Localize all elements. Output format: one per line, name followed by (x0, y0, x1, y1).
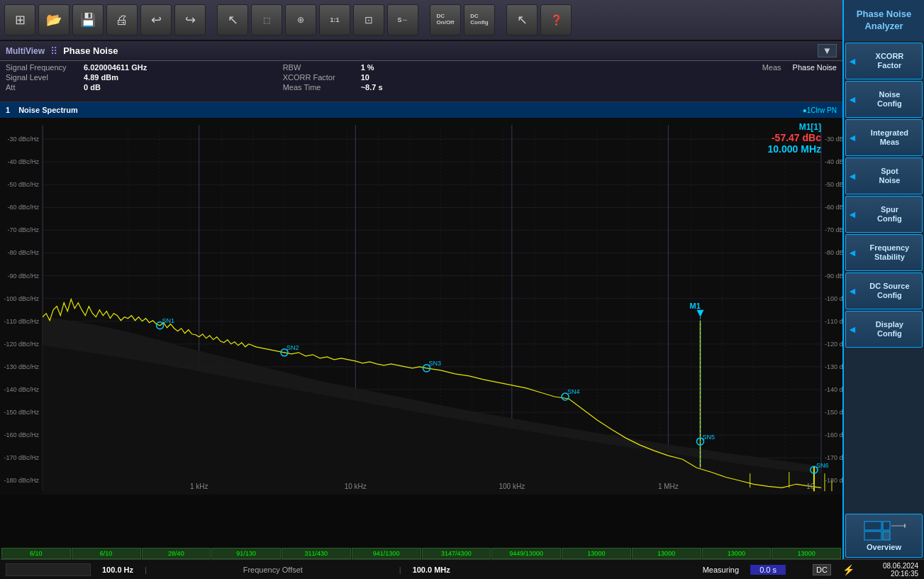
multiview-icon: ⠿ (50, 45, 57, 57)
chart-svg: -30 dBc/Hz -40 dBc/Hz -50 dBc/Hz -60 dBc… (0, 118, 842, 495)
app-title: Phase Noise Analyzer (842, 0, 924, 41)
forward-button[interactable]: ↪ (174, 4, 206, 35)
svg-text:-160 dBc/Hz: -160 dBc/Hz (4, 431, 40, 439)
meas-time-label: Meas Time (283, 83, 354, 92)
freq-end: 100.0 MHz (413, 566, 450, 574)
signal-freq-value: 6.020004611 GHz (84, 63, 147, 72)
spur-config-button[interactable]: ◄ SpurConfig (845, 196, 923, 233)
signal-freq-label: Signal Frequency (6, 63, 77, 72)
progress-seg-9: 13000 (632, 548, 701, 559)
spur-config-arrow-icon: ◄ (847, 209, 857, 221)
svg-text:-80 dBc: -80 dBc (825, 249, 842, 256)
noise-config-button[interactable]: ◄ NoiseConfig (845, 81, 923, 118)
integrated-meas-arrow-icon: ◄ (847, 132, 857, 144)
print-button[interactable]: 🖨 (106, 4, 138, 35)
xcorr-label: XCORR Factor (283, 73, 354, 82)
dc-config-button[interactable]: DCConfig (464, 4, 495, 35)
measuring-label: Measuring (703, 566, 739, 574)
svg-marker-102 (904, 524, 906, 528)
dc-source-config-label: DC SourceConfig (859, 282, 920, 300)
trace-mode: ●1Clrw PN (803, 106, 837, 114)
spot-noise-button[interactable]: ◄ SpotNoise (845, 158, 923, 194)
svg-text:-30 dBc: -30 dBc (825, 136, 842, 143)
svg-text:-90 dBc: -90 dBc (825, 272, 842, 280)
progress-seg-4: 311/430 (282, 548, 351, 559)
zoom-select-button[interactable]: ⊕ (285, 4, 316, 35)
svg-text:-170 dBc/Hz: -170 dBc/Hz (4, 454, 40, 461)
svg-text:SN3: SN3 (429, 360, 442, 367)
dc-source-arrow-icon: ◄ (847, 285, 857, 297)
status-bar: 100.0 Hz | Frequency Offset | 100.0 MHz … (0, 559, 924, 579)
time-value: 0.0 s (750, 565, 786, 575)
svg-text:-100 dBc: -100 dBc (825, 295, 842, 302)
svg-text:-100 dBc/Hz: -100 dBc/Hz (4, 295, 40, 302)
progress-row: 6/10 6/10 28/40 91/130 311/430 941/1300 … (0, 548, 842, 559)
main-area: MultiView ⠿ Phase Noise ▼ Signal Frequen… (0, 41, 924, 559)
sac-button[interactable]: S↔ (387, 4, 418, 35)
display-config-arrow-icon: ◄ (847, 324, 857, 336)
svg-text:SN6: SN6 (816, 462, 829, 469)
progress-seg-3: 91/130 (211, 548, 281, 559)
windows-button[interactable]: ⊞ (4, 4, 35, 35)
marker-value: -57.47 dBc (768, 132, 821, 143)
svg-text:-180 dBc/Hz: -180 dBc/Hz (4, 477, 40, 484)
frequency-stability-label: FrequencyStability (859, 243, 920, 262)
svg-text:-150 dBc/Hz: -150 dBc/Hz (4, 409, 40, 416)
progress-seg-5: 941/1300 (352, 548, 421, 559)
frequency-stability-button[interactable]: ◄ FrequencyStability (845, 234, 923, 271)
spot-noise-label: SpotNoise (859, 167, 920, 185)
meas-time-value: ~8.7 s (361, 83, 383, 92)
info-col-left: Signal Frequency 6.020004611 GHz Signal … (6, 63, 283, 99)
progress-seg-8: 13000 (562, 548, 631, 559)
svg-text:-40 dBc/Hz: -40 dBc/Hz (8, 158, 40, 165)
chart-title-bar: 1 Noise Spectrum ●1Clrw PN (0, 102, 842, 118)
save-button[interactable]: 💾 (72, 4, 104, 35)
back-button[interactable]: ↩ (140, 4, 172, 35)
cursor-button[interactable]: ↖ (217, 4, 248, 35)
meas-value: Phase Noise (793, 63, 837, 72)
chart-area[interactable]: 1 Noise Spectrum ●1Clrw PN M1[1] -57.47 … (0, 102, 842, 548)
svg-rect-100 (883, 531, 890, 540)
help-button[interactable]: ❓ (540, 4, 572, 35)
dc-onoff-button[interactable]: DCOn/Off (430, 4, 461, 35)
progress-seg-11: 13000 (772, 548, 841, 559)
mouse-mode-button[interactable]: ↖ (506, 4, 538, 35)
open-button[interactable]: 📂 (38, 4, 69, 35)
svg-text:SN5: SN5 (703, 434, 716, 441)
display-config-label: DisplayConfig (859, 320, 920, 338)
overview-label: Overview (867, 543, 901, 551)
overview-button[interactable]: Overview (845, 514, 923, 558)
svg-text:10 kHz: 10 kHz (345, 482, 367, 490)
svg-text:10: 10 (806, 482, 815, 490)
progress-seg-2: 28/40 (142, 548, 211, 559)
view-dropdown[interactable]: ▼ (818, 44, 837, 57)
svg-text:-60 dBc: -60 dBc (825, 204, 842, 211)
svg-text:-170 dBc: -170 dBc (825, 454, 842, 461)
status-left-area (6, 563, 91, 576)
noise-config-arrow-icon: ◄ (847, 94, 857, 106)
svg-text:-180 dBc: -180 dBc (825, 477, 842, 484)
svg-text:-150 dBc: -150 dBc (825, 409, 842, 416)
meas-label: Meas (762, 63, 781, 72)
svg-text:-70 dBc/Hz: -70 dBc/Hz (8, 226, 40, 233)
fit-button[interactable]: ⊡ (353, 4, 384, 35)
multiview-bar: MultiView ⠿ Phase Noise ▼ (0, 41, 842, 61)
progress-seg-0: 6/10 (1, 548, 71, 559)
svg-text:-140 dBc: -140 dBc (825, 386, 842, 393)
svg-text:1 MHz: 1 MHz (658, 482, 679, 490)
toolbar: ⊞ 📂 💾 🖨 ↩ ↪ ↖ ⬚ ⊕ 1:1 ⊡ S↔ DCOn/Off DCCo… (0, 0, 924, 41)
dc-source-config-button[interactable]: ◄ DC SourceConfig (845, 272, 923, 309)
freq-offset-label: Frequency Offset (158, 566, 388, 574)
xcorr-factor-button[interactable]: ◄ XCORRFactor (845, 43, 923, 79)
marker-freq: 10.000 MHz (768, 143, 821, 155)
zoom-area-button[interactable]: ⬚ (251, 4, 282, 35)
integrated-meas-button[interactable]: ◄ IntegratedMeas (845, 119, 923, 156)
progress-seg-10: 13000 (702, 548, 772, 559)
svg-text:-130 dBc/Hz: -130 dBc/Hz (4, 363, 40, 370)
svg-text:-130 dBc: -130 dBc (825, 363, 842, 370)
zoom-1to1-button[interactable]: 1:1 (319, 4, 350, 35)
svg-text:-110 dBc: -110 dBc (825, 318, 842, 325)
svg-text:-110 dBc/Hz: -110 dBc/Hz (4, 318, 40, 325)
freq-stability-arrow-icon: ◄ (847, 247, 857, 259)
display-config-button[interactable]: ◄ DisplayConfig (845, 311, 923, 348)
